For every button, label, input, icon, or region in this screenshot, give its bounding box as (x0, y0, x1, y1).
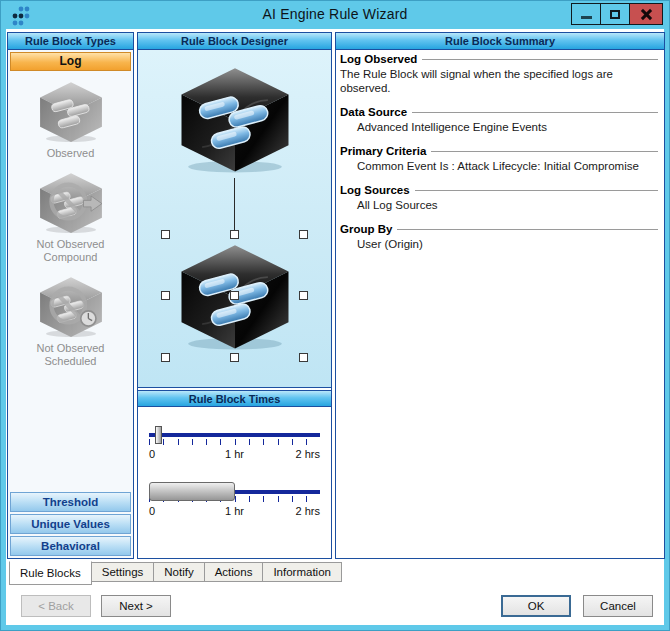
slider-track[interactable] (149, 433, 320, 437)
slider-scale-labels: 0 1 hr 2 hrs (149, 448, 320, 460)
summary-section-group-by: Group By User (Origin) (340, 223, 658, 251)
rule-block-times-body: 0 1 hr 2 hrs 0 1 hr 2 hrs (138, 407, 331, 558)
wizard-tabstrip: Rule Blocks Settings Notify Actions Info… (9, 561, 342, 587)
heading-rule-line (397, 229, 658, 230)
threshold-button[interactable]: Threshold (10, 492, 131, 512)
section-text: The Rule Block will signal when the spec… (340, 67, 658, 95)
slider-thumb[interactable] (155, 426, 162, 444)
time-range-bar[interactable] (149, 482, 235, 501)
unique-values-button[interactable]: Unique Values (10, 514, 131, 534)
close-button[interactable] (629, 3, 663, 25)
minimize-button[interactable] (571, 3, 601, 25)
resize-handle-bottom-left[interactable] (161, 353, 170, 362)
type-label-line2: Scheduled (35, 355, 107, 368)
not-observed-compound-icon (35, 170, 107, 234)
heading-rule-line (422, 59, 658, 60)
rule-block-types-panel: Rule Block Types Log (7, 32, 134, 559)
time-window-slider[interactable]: 0 1 hr 2 hrs (149, 490, 320, 517)
window-title: AI Engine Rule Wizard (1, 6, 669, 22)
scale-label-2hrs: 2 hrs (263, 505, 320, 517)
slider-ticks (149, 439, 320, 445)
section-heading: Log Observed (340, 53, 417, 65)
scale-label-0: 0 (149, 505, 206, 517)
type-item-observed[interactable]: Observed (35, 79, 107, 160)
tab-information[interactable]: Information (262, 562, 342, 582)
type-label-line2: Compound (35, 251, 107, 264)
section-text: Common Event Is : Attack Lifecycle: Init… (340, 159, 658, 173)
block-connector-line (234, 178, 235, 234)
resize-handle-top-right[interactable] (299, 230, 308, 239)
scale-label-1hr: 1 hr (206, 448, 263, 460)
summary-section-log-observed: Log Observed The Rule Block will signal … (340, 53, 658, 95)
close-icon (640, 8, 653, 21)
summary-section-primary-criteria: Primary Criteria Common Event Is : Attac… (340, 145, 658, 173)
tab-rule-blocks[interactable]: Rule Blocks (9, 561, 92, 585)
selected-rule-block[interactable] (161, 230, 308, 362)
source-rule-block-cube[interactable] (174, 62, 296, 174)
type-label-line1: Not Observed (35, 238, 107, 251)
type-item-not-observed-compound[interactable]: Not Observed Compound (35, 170, 107, 264)
resize-handle-top-center[interactable] (230, 230, 239, 239)
ok-button[interactable]: OK (501, 595, 571, 617)
behavioral-button[interactable]: Behavioral (10, 536, 131, 556)
rule-block-types-header: Rule Block Types (8, 33, 133, 50)
resize-handle-middle-right[interactable] (299, 291, 308, 300)
ai-engine-rule-wizard-window: AI Engine Rule Wizard Rule Block Types L… (0, 0, 670, 631)
resize-handle-bottom-center[interactable] (230, 353, 239, 362)
designer-canvas[interactable] (138, 50, 331, 388)
resize-handle-center[interactable] (230, 291, 239, 300)
heading-rule-line (412, 112, 658, 113)
maximize-button[interactable] (600, 3, 630, 25)
wizard-button-row: < Back Next > OK Cancel (6, 595, 664, 619)
type-label-line1: Not Observed (35, 342, 107, 355)
minimize-icon (581, 16, 592, 19)
section-heading: Data Source (340, 106, 407, 118)
slider-scale-labels: 0 1 hr 2 hrs (149, 505, 320, 517)
back-button[interactable]: < Back (21, 595, 91, 617)
tab-actions[interactable]: Actions (204, 562, 264, 582)
heading-rule-line (431, 151, 658, 152)
tab-notify[interactable]: Notify (153, 562, 204, 582)
section-heading: Primary Criteria (340, 145, 426, 157)
rule-block-type-list: Observed (8, 73, 133, 558)
rule-block-designer-panel: Rule Block Designer (137, 32, 332, 559)
tab-settings[interactable]: Settings (91, 562, 155, 582)
maximize-icon (610, 10, 620, 19)
dialog-client-area: Rule Block Types Log (6, 29, 664, 625)
summary-section-data-source: Data Source Advanced Intelligence Engine… (340, 106, 658, 134)
rule-block-designer-header: Rule Block Designer (138, 33, 331, 50)
resize-handle-bottom-right[interactable] (299, 353, 308, 362)
type-category-buttons: Threshold Unique Values Behavioral (8, 490, 133, 558)
heading-rule-line (415, 190, 658, 191)
scale-label-1hr: 1 hr (206, 505, 263, 517)
section-heading: Group By (340, 223, 392, 235)
resize-handle-top-left[interactable] (161, 230, 170, 239)
titlebar[interactable]: AI Engine Rule Wizard (1, 1, 669, 29)
summary-section-log-sources: Log Sources All Log Sources (340, 184, 658, 212)
scale-label-0: 0 (149, 448, 206, 460)
section-heading: Log Sources (340, 184, 410, 196)
section-text: User (Origin) (340, 237, 658, 251)
scale-label-2hrs: 2 hrs (263, 448, 320, 460)
observed-cube-icon (35, 79, 107, 143)
cancel-button[interactable]: Cancel (583, 595, 653, 617)
log-type-button[interactable]: Log (10, 52, 131, 71)
next-button[interactable]: Next > (101, 595, 171, 617)
type-label-line1: Observed (35, 147, 107, 160)
rule-block-summary-header: Rule Block Summary (336, 33, 664, 50)
rule-block-summary-panel: Rule Block Summary Log Observed The Rule… (335, 32, 665, 559)
time-offset-slider[interactable]: 0 1 hr 2 hrs (149, 433, 320, 460)
type-item-not-observed-scheduled[interactable]: Not Observed Scheduled (35, 274, 107, 368)
summary-body: Log Observed The Rule Block will signal … (336, 50, 664, 558)
section-text: All Log Sources (340, 198, 658, 212)
rule-block-times-header: Rule Block Times (138, 390, 331, 407)
resize-handle-middle-left[interactable] (161, 291, 170, 300)
section-text: Advanced Intelligence Engine Events (340, 120, 658, 134)
not-observed-scheduled-icon (35, 274, 107, 338)
